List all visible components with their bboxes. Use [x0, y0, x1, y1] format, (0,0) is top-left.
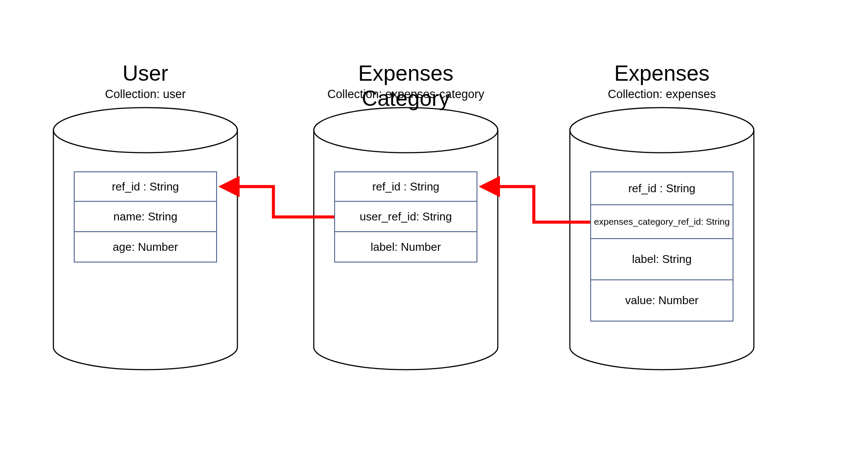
svg-point-1 — [314, 108, 498, 153]
field-expenses-0: ref_id : String — [590, 171, 733, 205]
field-expenses-3: value: Number — [590, 280, 733, 322]
svg-point-2 — [570, 108, 754, 153]
field-expenses-category-2: label: Number — [334, 232, 477, 263]
field-expenses-category-0: ref_id : String — [334, 171, 477, 202]
field-stack-user: ref_id : String name: String age: Number — [74, 171, 217, 263]
field-user-0: ref_id : String — [74, 171, 217, 202]
entity-title-expenses: Expenses — [569, 61, 755, 86]
entity-title-user: User — [52, 61, 239, 86]
field-expenses-2: label: String — [590, 239, 733, 280]
svg-point-0 — [53, 108, 237, 153]
field-expenses-1: expenses_category_ref_id: String — [590, 205, 733, 239]
field-expenses-category-1: user_ref_id: String — [334, 202, 477, 232]
entity-subtitle-expenses-category: Collection: expenses-category — [312, 88, 499, 101]
field-stack-expenses: ref_id : String expenses_category_ref_id… — [590, 171, 733, 322]
field-user-1: name: String — [74, 202, 217, 232]
entity-title-expenses-category: Expenses Category — [312, 61, 499, 111]
entity-subtitle-user: Collection: user — [52, 88, 239, 101]
entity-subtitle-expenses: Collection: expenses — [569, 88, 755, 101]
field-user-2: age: Number — [74, 232, 217, 263]
diagram-canvas: User Collection: user ref_id : String na… — [0, 0, 868, 466]
field-stack-expenses-category: ref_id : String user_ref_id: String labe… — [334, 171, 477, 263]
